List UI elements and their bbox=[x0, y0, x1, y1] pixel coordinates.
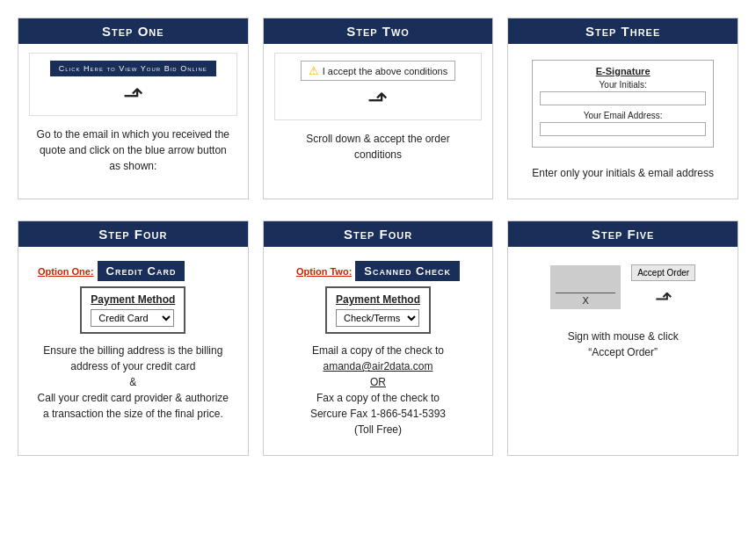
email-address: amanda@air2data.com bbox=[323, 360, 433, 372]
step-four-b-body: Option Two: Scanned Check Payment Method… bbox=[277, 247, 479, 455]
step-five-description: Sign with mouse & click “Accept Order” bbox=[542, 325, 704, 369]
payment-method-label-b: Payment Method bbox=[336, 293, 420, 306]
accept-label: I accept the above conditions bbox=[323, 66, 447, 76]
or-label: OR bbox=[370, 376, 386, 388]
step-four-b-card: Step Four Option Two: Scanned Check Paym… bbox=[263, 220, 494, 456]
step-four-b-inner: Option Two: Scanned Check Payment Method… bbox=[287, 256, 469, 339]
payment-method-box-b: Payment Method Check/Terms Credit Card bbox=[325, 286, 431, 334]
fax-info: Sercure Fax 1-866-541-5393 bbox=[310, 408, 446, 420]
step-two-body: ⚠ I accept the above conditions ⬏ Scroll… bbox=[264, 44, 493, 199]
step-four-card: Step Four Option One: Credit Card Paymen… bbox=[18, 220, 249, 456]
step-four-header: Step Four bbox=[18, 221, 248, 247]
step-two-title: Step Two bbox=[346, 24, 410, 39]
initials-input[interactable] bbox=[540, 91, 706, 105]
accept-order-group: Accept Order ⬏ bbox=[631, 264, 695, 309]
signature-x: X bbox=[556, 295, 615, 306]
bottom-row: Step Four Option One: Credit Card Paymen… bbox=[18, 220, 738, 456]
step-one-header: Step One bbox=[18, 18, 248, 44]
option-two-row: Option Two: Scanned Check bbox=[296, 261, 460, 281]
step-four-description: Ensure the billing address is the billin… bbox=[29, 339, 237, 430]
initials-label: Your Initials: bbox=[540, 80, 706, 90]
step-two-description: Scroll down & accept the order condition… bbox=[274, 127, 483, 171]
scanned-check-badge: Scanned Check bbox=[355, 261, 460, 281]
step-two-image: ⚠ I accept the above conditions ⬏ bbox=[274, 53, 483, 120]
page-container: Step One Click Here to View Your Bid Onl… bbox=[0, 0, 756, 542]
cursor-icon: ⬏ bbox=[123, 83, 143, 108]
step-three-body: E-Signature Your Initials: Your Email Ad… bbox=[514, 44, 731, 199]
signature-box: X bbox=[550, 265, 621, 309]
step-five-desc-line1: Sign with mouse & click bbox=[568, 330, 679, 343]
step-five-header: Step Five bbox=[508, 221, 738, 247]
fax-line: Fax a copy of the check to bbox=[316, 392, 440, 404]
esig-title: E-Signature bbox=[540, 66, 706, 76]
step-three-card: Step Three E-Signature Your Initials: Yo… bbox=[507, 18, 738, 199]
step-four-title: Step Four bbox=[98, 227, 167, 242]
step-three-description: Enter only your initials & email address bbox=[525, 162, 721, 190]
top-row: Step One Click Here to View Your Bid Onl… bbox=[18, 18, 738, 199]
esig-box: E-Signature Your Initials: Your Email Ad… bbox=[532, 60, 714, 148]
step-one-image: Click Here to View Your Bid Online ⬏ bbox=[29, 53, 237, 116]
option-one-row: Option One: Credit Card bbox=[38, 261, 229, 281]
step-four-b-title: Step Four bbox=[344, 227, 412, 242]
payment-select-b[interactable]: Check/Terms Credit Card bbox=[336, 309, 419, 327]
email-line1: Email a copy of the check to bbox=[312, 344, 444, 357]
step-five-title: Step Five bbox=[592, 227, 654, 242]
accept-conditions-bar: ⚠ I accept the above conditions bbox=[301, 61, 455, 81]
step-five-image: X Accept Order ⬏ bbox=[542, 256, 704, 318]
signature-line bbox=[556, 293, 615, 293]
step-four-inner: Option One: Credit Card Payment Method C… bbox=[29, 256, 237, 339]
step-three-title: Step Three bbox=[585, 24, 660, 39]
step-four-b-header: Step Four bbox=[264, 221, 493, 247]
step-five-desc-line2: “Accept Order” bbox=[588, 346, 658, 358]
step-four-desc-line1: Ensure the billing address is the billin… bbox=[43, 344, 222, 372]
step-four-b-description: Email a copy of the check to amanda@air2… bbox=[287, 339, 469, 446]
cursor-icon-two: ⬏ bbox=[367, 88, 388, 112]
option-two-label: Option Two: bbox=[296, 266, 352, 277]
view-bid-button[interactable]: Click Here to View Your Bid Online bbox=[50, 61, 216, 76]
cursor-icon-five: ⬏ bbox=[655, 288, 672, 309]
payment-select[interactable]: Credit Card Check/Terms bbox=[91, 309, 174, 327]
step-two-card: Step Two ⚠ I accept the above conditions… bbox=[263, 18, 494, 199]
email-label: Your Email Address: bbox=[540, 111, 706, 120]
credit-card-badge: Credit Card bbox=[98, 261, 185, 281]
step-one-body: Click Here to View Your Bid Online ⬏ Go … bbox=[18, 44, 248, 199]
step-four-amp: & bbox=[129, 376, 136, 388]
accept-order-button[interactable]: Accept Order bbox=[631, 264, 695, 281]
step-one-description: Go to the email in which you received th… bbox=[29, 123, 237, 183]
step-one-title: Step One bbox=[102, 24, 164, 39]
step-two-header: Step Two bbox=[264, 18, 493, 44]
step-three-image: E-Signature Your Initials: Your Email Ad… bbox=[525, 53, 721, 155]
toll-free: (Toll Free) bbox=[354, 423, 402, 436]
warning-icon: ⚠ bbox=[309, 64, 319, 77]
option-one-label: Option One: bbox=[38, 266, 94, 277]
step-three-header: Step Three bbox=[508, 18, 738, 44]
payment-method-box: Payment Method Credit Card Check/Terms bbox=[80, 286, 185, 334]
step-four-desc-line2: Call your credit card provider & authori… bbox=[38, 392, 229, 420]
step-five-card: Step Five X Accept Order ⬏ Sign with mou… bbox=[507, 220, 738, 456]
step-one-card: Step One Click Here to View Your Bid Onl… bbox=[18, 18, 249, 199]
step-four-body: Option One: Credit Card Payment Method C… bbox=[18, 247, 248, 455]
email-input[interactable] bbox=[540, 122, 706, 136]
payment-method-label: Payment Method bbox=[91, 293, 175, 306]
step-five-body: X Accept Order ⬏ Sign with mouse & click… bbox=[531, 247, 715, 455]
